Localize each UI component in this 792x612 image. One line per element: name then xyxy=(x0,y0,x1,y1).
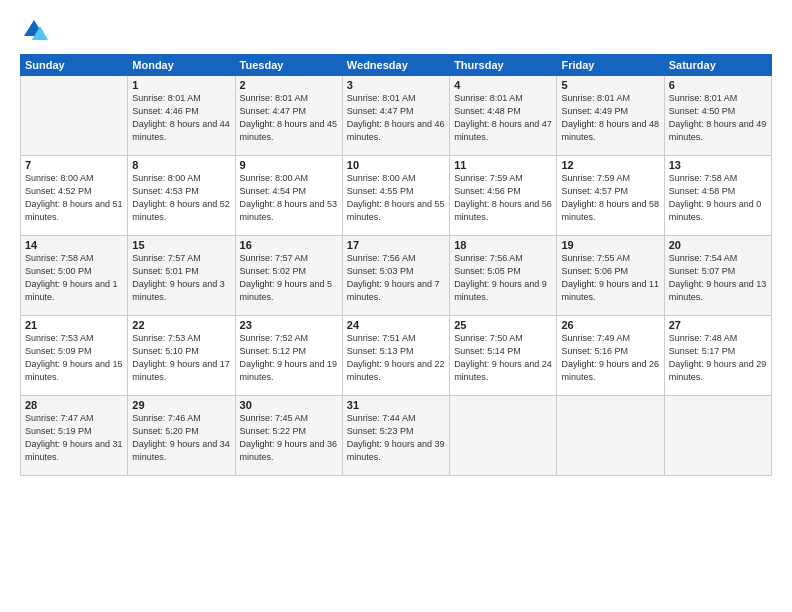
day-number: 3 xyxy=(347,79,445,91)
col-header-friday: Friday xyxy=(557,55,664,76)
day-cell: 21Sunrise: 7:53 AM Sunset: 5:09 PM Dayli… xyxy=(21,316,128,396)
col-header-tuesday: Tuesday xyxy=(235,55,342,76)
day-info: Sunrise: 7:57 AM Sunset: 5:01 PM Dayligh… xyxy=(132,252,230,304)
day-number: 21 xyxy=(25,319,123,331)
day-number: 18 xyxy=(454,239,552,251)
day-number: 24 xyxy=(347,319,445,331)
day-info: Sunrise: 8:01 AM Sunset: 4:50 PM Dayligh… xyxy=(669,92,767,144)
day-cell: 10Sunrise: 8:00 AM Sunset: 4:55 PM Dayli… xyxy=(342,156,449,236)
day-cell: 23Sunrise: 7:52 AM Sunset: 5:12 PM Dayli… xyxy=(235,316,342,396)
logo xyxy=(20,16,52,44)
day-number: 15 xyxy=(132,239,230,251)
day-number: 9 xyxy=(240,159,338,171)
day-number: 22 xyxy=(132,319,230,331)
day-info: Sunrise: 8:01 AM Sunset: 4:48 PM Dayligh… xyxy=(454,92,552,144)
day-info: Sunrise: 7:51 AM Sunset: 5:13 PM Dayligh… xyxy=(347,332,445,384)
day-cell xyxy=(557,396,664,476)
calendar-table: SundayMondayTuesdayWednesdayThursdayFrid… xyxy=(20,54,772,476)
day-cell: 27Sunrise: 7:48 AM Sunset: 5:17 PM Dayli… xyxy=(664,316,771,396)
day-info: Sunrise: 7:55 AM Sunset: 5:06 PM Dayligh… xyxy=(561,252,659,304)
page: SundayMondayTuesdayWednesdayThursdayFrid… xyxy=(0,0,792,612)
week-row-4: 21Sunrise: 7:53 AM Sunset: 5:09 PM Dayli… xyxy=(21,316,772,396)
day-number: 6 xyxy=(669,79,767,91)
day-cell: 1Sunrise: 8:01 AM Sunset: 4:46 PM Daylig… xyxy=(128,76,235,156)
day-cell: 2Sunrise: 8:01 AM Sunset: 4:47 PM Daylig… xyxy=(235,76,342,156)
day-cell: 13Sunrise: 7:58 AM Sunset: 4:58 PM Dayli… xyxy=(664,156,771,236)
week-row-5: 28Sunrise: 7:47 AM Sunset: 5:19 PM Dayli… xyxy=(21,396,772,476)
day-info: Sunrise: 7:45 AM Sunset: 5:22 PM Dayligh… xyxy=(240,412,338,464)
week-row-2: 7Sunrise: 8:00 AM Sunset: 4:52 PM Daylig… xyxy=(21,156,772,236)
day-info: Sunrise: 7:44 AM Sunset: 5:23 PM Dayligh… xyxy=(347,412,445,464)
day-number: 10 xyxy=(347,159,445,171)
day-number: 4 xyxy=(454,79,552,91)
day-cell: 19Sunrise: 7:55 AM Sunset: 5:06 PM Dayli… xyxy=(557,236,664,316)
col-header-wednesday: Wednesday xyxy=(342,55,449,76)
day-info: Sunrise: 7:57 AM Sunset: 5:02 PM Dayligh… xyxy=(240,252,338,304)
header-row: SundayMondayTuesdayWednesdayThursdayFrid… xyxy=(21,55,772,76)
day-number: 19 xyxy=(561,239,659,251)
logo-icon xyxy=(20,16,48,44)
col-header-thursday: Thursday xyxy=(450,55,557,76)
day-info: Sunrise: 8:01 AM Sunset: 4:47 PM Dayligh… xyxy=(240,92,338,144)
week-row-3: 14Sunrise: 7:58 AM Sunset: 5:00 PM Dayli… xyxy=(21,236,772,316)
day-cell: 29Sunrise: 7:46 AM Sunset: 5:20 PM Dayli… xyxy=(128,396,235,476)
day-number: 14 xyxy=(25,239,123,251)
day-cell: 22Sunrise: 7:53 AM Sunset: 5:10 PM Dayli… xyxy=(128,316,235,396)
day-number: 16 xyxy=(240,239,338,251)
day-cell: 26Sunrise: 7:49 AM Sunset: 5:16 PM Dayli… xyxy=(557,316,664,396)
day-number: 17 xyxy=(347,239,445,251)
day-info: Sunrise: 8:01 AM Sunset: 4:46 PM Dayligh… xyxy=(132,92,230,144)
day-number: 11 xyxy=(454,159,552,171)
day-info: Sunrise: 7:59 AM Sunset: 4:57 PM Dayligh… xyxy=(561,172,659,224)
day-cell: 30Sunrise: 7:45 AM Sunset: 5:22 PM Dayli… xyxy=(235,396,342,476)
day-number: 7 xyxy=(25,159,123,171)
day-cell: 11Sunrise: 7:59 AM Sunset: 4:56 PM Dayli… xyxy=(450,156,557,236)
day-number: 30 xyxy=(240,399,338,411)
day-cell: 24Sunrise: 7:51 AM Sunset: 5:13 PM Dayli… xyxy=(342,316,449,396)
day-info: Sunrise: 7:58 AM Sunset: 5:00 PM Dayligh… xyxy=(25,252,123,304)
day-cell: 16Sunrise: 7:57 AM Sunset: 5:02 PM Dayli… xyxy=(235,236,342,316)
header xyxy=(20,16,772,44)
day-info: Sunrise: 7:59 AM Sunset: 4:56 PM Dayligh… xyxy=(454,172,552,224)
day-info: Sunrise: 8:00 AM Sunset: 4:52 PM Dayligh… xyxy=(25,172,123,224)
day-cell: 8Sunrise: 8:00 AM Sunset: 4:53 PM Daylig… xyxy=(128,156,235,236)
day-info: Sunrise: 8:00 AM Sunset: 4:54 PM Dayligh… xyxy=(240,172,338,224)
day-info: Sunrise: 7:50 AM Sunset: 5:14 PM Dayligh… xyxy=(454,332,552,384)
day-cell: 31Sunrise: 7:44 AM Sunset: 5:23 PM Dayli… xyxy=(342,396,449,476)
day-info: Sunrise: 8:00 AM Sunset: 4:53 PM Dayligh… xyxy=(132,172,230,224)
day-cell: 15Sunrise: 7:57 AM Sunset: 5:01 PM Dayli… xyxy=(128,236,235,316)
day-cell: 12Sunrise: 7:59 AM Sunset: 4:57 PM Dayli… xyxy=(557,156,664,236)
day-cell: 3Sunrise: 8:01 AM Sunset: 4:47 PM Daylig… xyxy=(342,76,449,156)
day-info: Sunrise: 7:56 AM Sunset: 5:03 PM Dayligh… xyxy=(347,252,445,304)
day-number: 5 xyxy=(561,79,659,91)
day-number: 31 xyxy=(347,399,445,411)
day-info: Sunrise: 8:01 AM Sunset: 4:47 PM Dayligh… xyxy=(347,92,445,144)
week-row-1: 1Sunrise: 8:01 AM Sunset: 4:46 PM Daylig… xyxy=(21,76,772,156)
day-cell: 6Sunrise: 8:01 AM Sunset: 4:50 PM Daylig… xyxy=(664,76,771,156)
day-number: 27 xyxy=(669,319,767,331)
day-number: 29 xyxy=(132,399,230,411)
day-info: Sunrise: 7:58 AM Sunset: 4:58 PM Dayligh… xyxy=(669,172,767,224)
day-number: 13 xyxy=(669,159,767,171)
day-info: Sunrise: 7:49 AM Sunset: 5:16 PM Dayligh… xyxy=(561,332,659,384)
day-cell: 20Sunrise: 7:54 AM Sunset: 5:07 PM Dayli… xyxy=(664,236,771,316)
day-cell: 7Sunrise: 8:00 AM Sunset: 4:52 PM Daylig… xyxy=(21,156,128,236)
day-cell: 9Sunrise: 8:00 AM Sunset: 4:54 PM Daylig… xyxy=(235,156,342,236)
day-number: 12 xyxy=(561,159,659,171)
day-cell: 14Sunrise: 7:58 AM Sunset: 5:00 PM Dayli… xyxy=(21,236,128,316)
day-number: 8 xyxy=(132,159,230,171)
day-number: 23 xyxy=(240,319,338,331)
day-number: 20 xyxy=(669,239,767,251)
day-cell: 5Sunrise: 8:01 AM Sunset: 4:49 PM Daylig… xyxy=(557,76,664,156)
day-info: Sunrise: 7:56 AM Sunset: 5:05 PM Dayligh… xyxy=(454,252,552,304)
day-info: Sunrise: 7:53 AM Sunset: 5:10 PM Dayligh… xyxy=(132,332,230,384)
day-info: Sunrise: 8:01 AM Sunset: 4:49 PM Dayligh… xyxy=(561,92,659,144)
day-cell: 25Sunrise: 7:50 AM Sunset: 5:14 PM Dayli… xyxy=(450,316,557,396)
day-cell: 4Sunrise: 8:01 AM Sunset: 4:48 PM Daylig… xyxy=(450,76,557,156)
col-header-saturday: Saturday xyxy=(664,55,771,76)
day-info: Sunrise: 7:53 AM Sunset: 5:09 PM Dayligh… xyxy=(25,332,123,384)
day-cell: 28Sunrise: 7:47 AM Sunset: 5:19 PM Dayli… xyxy=(21,396,128,476)
day-info: Sunrise: 7:46 AM Sunset: 5:20 PM Dayligh… xyxy=(132,412,230,464)
col-header-sunday: Sunday xyxy=(21,55,128,76)
day-info: Sunrise: 8:00 AM Sunset: 4:55 PM Dayligh… xyxy=(347,172,445,224)
